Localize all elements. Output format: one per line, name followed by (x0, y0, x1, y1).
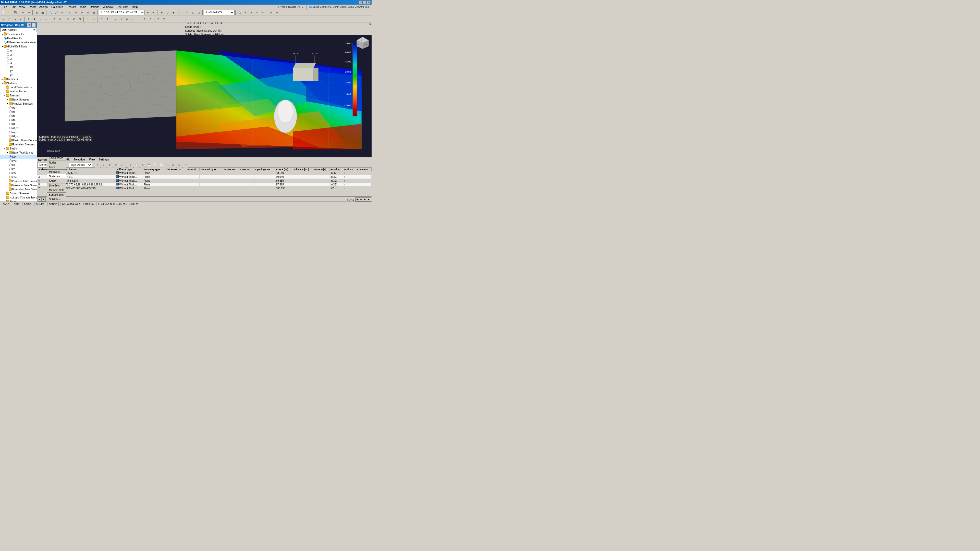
col-stiffness[interactable]: Stiffness Type (115, 168, 142, 171)
col-position[interactable]: Position (329, 168, 343, 171)
ex-minus-radio[interactable] (9, 164, 12, 166)
tb2-12[interactable]: ✗ (71, 16, 77, 22)
nav-phiy[interactable]: φy (0, 69, 37, 73)
tb-new[interactable]: 📄 (0, 10, 6, 15)
menu-file[interactable]: File (1, 5, 9, 9)
close-button[interactable]: ✕ (367, 0, 371, 4)
menu-options[interactable]: Options (88, 5, 101, 9)
menu-assign[interactable]: Assign (38, 5, 49, 9)
nav-sz-plus[interactable]: σz+ (0, 106, 37, 110)
theta1-radio[interactable] (9, 123, 12, 125)
tb2-2[interactable]: ↗ (6, 16, 12, 22)
tb2-cursor3[interactable]: ⊕ (124, 16, 130, 22)
tb2-15[interactable]: 📏 (91, 16, 97, 22)
nav-ey-minus[interactable]: εy- (0, 167, 37, 171)
page-last[interactable]: ►| (367, 197, 371, 202)
tb2-11[interactable]: ✓ (65, 16, 71, 22)
nav-elastic-stress[interactable]: Elastic Stress Components (0, 138, 37, 142)
tb-r-10[interactable]: 📊 (152, 162, 158, 168)
nav-pin[interactable]: 📌 (27, 23, 31, 27)
nav-exy[interactable]: εxy (0, 171, 37, 175)
snap-btn[interactable]: SNAP (1, 202, 11, 206)
ey-minus-radio[interactable] (9, 168, 12, 170)
tb-mesh[interactable]: ⊞ (268, 10, 274, 15)
menu-help[interactable]: Help (130, 5, 139, 9)
tb2-14[interactable]: 📐 (85, 16, 91, 22)
tab-surfaces[interactable]: Surfaces (47, 174, 66, 179)
nav-ex-plus[interactable]: εx+ (0, 155, 37, 159)
theta1m-radio[interactable] (9, 135, 12, 138)
col-openings[interactable]: Openings No. (254, 168, 275, 171)
nav-ux[interactable]: ux (0, 52, 37, 57)
col-comment[interactable]: Comment (356, 168, 371, 171)
tb-zoom-fit[interactable]: ⊞ (59, 10, 65, 15)
page-first[interactable]: |◄ (355, 197, 359, 202)
tb-render2[interactable]: ◇ (165, 10, 170, 15)
nav-global-deformations[interactable]: ▼ Global Definitions (0, 44, 37, 48)
s1-minus-radio[interactable] (9, 119, 12, 121)
tb2-3[interactable]: ↘ (12, 16, 18, 22)
tab-member-sets[interactable]: Member Sets (47, 188, 66, 192)
tb2-8[interactable]: ➡ (44, 16, 49, 22)
tb-lc-prev[interactable]: ◄ (145, 10, 151, 15)
tb-r-15[interactable]: ⋯ (183, 162, 188, 168)
nav-differences[interactable]: Differences to initial state (0, 40, 37, 44)
tb2-16[interactable]: 🔧 (99, 16, 104, 22)
tb-axes5[interactable]: ⊙ (260, 10, 266, 15)
lc-combo[interactable]: S: CO2 LC1 + LC2 + LC3 + LC4 (99, 10, 145, 15)
phiy-radio[interactable] (6, 70, 9, 72)
tb-r-5[interactable]: ✗ (119, 162, 125, 168)
nav-exy-plus[interactable]: εxy+ (0, 175, 37, 179)
nav-equiv-stresses[interactable]: Equivalent Stresses (0, 142, 37, 146)
sz-plus-radio[interactable] (9, 106, 12, 109)
s1m-radio[interactable] (9, 127, 12, 129)
nav-basic-stresses[interactable]: ► Basic Stresses (0, 97, 37, 102)
tb2-cursor7[interactable]: ⊘ (148, 16, 153, 22)
tb-save[interactable]: 💾 (12, 10, 18, 15)
nav-principal-strains[interactable]: Principal Total Strains (0, 179, 37, 183)
col-eccentricity[interactable]: Eccentricity No. (199, 168, 223, 171)
tb2-cursor1[interactable]: ↖ (113, 16, 118, 22)
tb-render1[interactable]: ◈ (159, 10, 164, 15)
menu-edit[interactable]: Edit (9, 5, 17, 9)
nav-surfaces-group[interactable]: ▼ Surfaces (0, 81, 37, 85)
col-volume[interactable]: Volume V [m³] (292, 168, 313, 171)
tb-r-13[interactable]: ⊞ (170, 162, 176, 168)
results-menu-settings[interactable]: Settings (97, 158, 110, 161)
tb2-4[interactable]: ↙ (18, 16, 24, 22)
nav-basic-total-strains[interactable]: ▼ Basic Total Strains (0, 151, 37, 155)
tb-r-7[interactable]: 📋 (134, 162, 139, 168)
tb2-cursor2[interactable]: ✚ (118, 16, 124, 22)
nav-stresses[interactable]: ▼ Stresses (0, 94, 37, 97)
nav-s1-plus[interactable]: σ1+ (0, 114, 37, 118)
tb-lc-next[interactable]: ► (151, 10, 156, 15)
col-thickness[interactable]: Thickness No. (165, 168, 186, 171)
tb-r-11[interactable]: 📈 (158, 162, 164, 168)
menu-tools[interactable]: Tools (78, 5, 88, 9)
basic-objects-filter[interactable]: Basic Objects (69, 162, 92, 167)
menu-cadbim[interactable]: CAD-BIM (115, 5, 130, 9)
menu-insert[interactable]: Insert (27, 5, 37, 9)
col-material[interactable]: Material (186, 168, 199, 171)
s2m-radio[interactable] (9, 131, 12, 133)
phix-radio[interactable] (6, 65, 9, 68)
tb2-1[interactable]: ↖ (0, 16, 6, 22)
nav-local-def[interactable]: Local Deformations (0, 85, 37, 89)
nav-phiz[interactable]: φz (0, 73, 37, 77)
tb-btn-2[interactable]: ⊟ (73, 10, 79, 15)
tb2-5[interactable]: ⬆ (26, 16, 32, 22)
col-lines[interactable]: Lines No. (239, 168, 254, 171)
col-nodes[interactable]: Nodes No. (223, 168, 239, 171)
col-options[interactable]: Options (343, 168, 356, 171)
tb-r-9[interactable]: 💾 (146, 162, 151, 168)
tab-nodes[interactable]: Nodes (47, 160, 66, 165)
sz-minus-radio[interactable] (9, 110, 12, 113)
tb2-snap3[interactable]: ⋮ (167, 16, 173, 22)
table-row[interactable]: 7273,274,388,403-397,470-459,275Without … (37, 186, 372, 190)
tb-view2[interactable]: ◱ (190, 10, 196, 15)
nav-type-of-results[interactable]: ▼ Type of results (0, 32, 37, 36)
analysis-type-select[interactable]: Static Analysis (0, 28, 36, 32)
col-area[interactable]: Area A [m²] (275, 168, 292, 171)
tb-view1[interactable]: □ (184, 10, 190, 15)
table-row[interactable]: 51,2,14,271,270-65,28-3,66,69,262,265,2.… (37, 183, 372, 186)
